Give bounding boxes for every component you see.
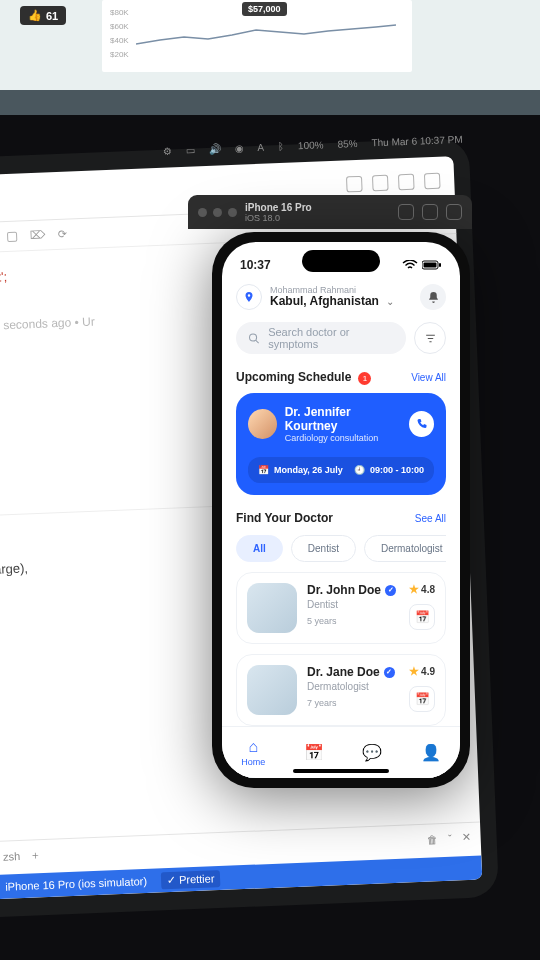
wifi-icon xyxy=(402,260,418,270)
monitor-background-strip: 👍 61 $80K $60K $40K $20K $57,000 xyxy=(0,0,540,90)
menubar-display-icon[interactable]: ▭ xyxy=(185,144,194,155)
toolbar-split-icon[interactable] xyxy=(372,174,389,191)
battery-icon xyxy=(422,260,442,270)
schedule-card[interactable]: Dr. Jennifer Kourtney Cardiology consult… xyxy=(236,393,446,495)
calendar-icon: 📅 xyxy=(415,610,430,624)
notifications-button[interactable] xyxy=(420,284,446,310)
simulator-os: iOS 18.0 xyxy=(245,213,312,223)
svg-point-3 xyxy=(250,333,257,340)
svg-rect-2 xyxy=(439,263,441,267)
doctor-card[interactable]: Dr. Jane Doe✓ Dermatologist 7 years ★4.9… xyxy=(236,654,446,726)
status-device[interactable]: iPhone 16 Pro (ios simulator) xyxy=(5,875,147,893)
simulator-device-name: iPhone 16 Pro xyxy=(245,202,312,213)
home-icon: ⌂ xyxy=(248,738,258,756)
schedule-date: Monday, 26 July xyxy=(274,465,343,475)
doctor-rating: ★4.8 xyxy=(409,583,435,596)
menubar-record-icon[interactable]: ◉ xyxy=(234,143,243,154)
status-time: 10:37 xyxy=(240,258,271,272)
doctor-avatar xyxy=(247,583,297,633)
search-input[interactable]: Search doctor or symptoms xyxy=(236,322,406,354)
tab-home[interactable]: ⌂ Home xyxy=(241,738,265,767)
calendar-icon: 📅 xyxy=(304,743,324,762)
chevron-down-icon: ⌄ xyxy=(386,296,394,307)
chip-dentist[interactable]: Dentist xyxy=(291,535,356,562)
sim-rotate-icon[interactable] xyxy=(446,204,462,220)
simulator-titlebar[interactable]: iPhone 16 Pro iOS 18.0 xyxy=(188,195,472,229)
doctor-spec: Dentist xyxy=(307,599,399,610)
tab-home-label: Home xyxy=(241,757,265,767)
toolbar-view-icon[interactable] xyxy=(346,175,363,192)
refresh-icon[interactable]: ⟳ xyxy=(57,228,67,241)
home-indicator[interactable] xyxy=(293,769,389,773)
like-button[interactable]: 👍 61 xyxy=(20,6,66,25)
svg-rect-1 xyxy=(424,263,437,268)
svg-line-4 xyxy=(256,340,259,343)
doctor-experience: 7 years xyxy=(307,698,399,708)
filter-button[interactable] xyxy=(414,322,446,354)
code-line-import: del.dart'; xyxy=(0,269,8,286)
chip-all[interactable]: All xyxy=(236,535,283,562)
sim-screenshot-icon[interactable] xyxy=(422,204,438,220)
toolbar-panel-left-icon[interactable] xyxy=(398,173,415,190)
book-button[interactable]: 📅 xyxy=(409,686,435,712)
phone-screen: 10:37 Mohammad Rahmani Kabul, Afghanista… xyxy=(222,242,460,778)
doctor-spec: Dermatologist xyxy=(307,681,399,692)
menubar-battery-label: 85% xyxy=(337,138,357,150)
star-icon: ★ xyxy=(409,583,419,596)
find-doctor-title: Find Your Doctor xyxy=(236,511,333,525)
user-location-block[interactable]: Mohammad Rahmani Kabul, Afghanistan ⌄ xyxy=(270,285,412,309)
menubar-control-center-icon[interactable]: ⚙︎ xyxy=(162,145,171,156)
verified-icon: ✓ xyxy=(384,667,395,678)
doctor-rating: ★4.9 xyxy=(409,665,435,678)
menubar-wifi-label: 100% xyxy=(298,139,324,151)
traffic-lights[interactable] xyxy=(198,208,237,217)
status-prettier[interactable]: ✓ Prettier xyxy=(161,870,221,889)
chat-icon: 💬 xyxy=(362,743,382,762)
profile-icon: 👤 xyxy=(421,743,441,762)
terminal-trash-icon[interactable]: 🗑 xyxy=(427,833,438,845)
tab-messages[interactable]: 💬 xyxy=(362,743,382,762)
chip-dermatologist[interactable]: Dermatologist xyxy=(364,535,446,562)
doctor-name: Dr. Jane Doe xyxy=(307,665,380,679)
doctor-card[interactable]: Dr. John Doe✓ Dentist 5 years ★4.8 📅 xyxy=(236,572,446,644)
terminal-close-icon[interactable]: ✕ xyxy=(461,831,471,844)
sim-home-icon[interactable] xyxy=(398,204,414,220)
bell-icon xyxy=(427,291,440,304)
view-all-link[interactable]: View All xyxy=(411,372,446,383)
terminal-collapse-icon[interactable]: ˇ xyxy=(448,832,452,844)
calendar-icon: 📅 xyxy=(415,692,430,706)
toolbar-panel-right-icon[interactable] xyxy=(424,172,441,189)
terminal-shell-label: zsh xyxy=(3,850,21,863)
dynamic-island xyxy=(302,250,380,272)
stop-icon[interactable] xyxy=(7,231,17,241)
iphone-frame: 10:37 Mohammad Rahmani Kabul, Afghanista… xyxy=(212,232,470,788)
menubar-volume-icon[interactable]: 🔊 xyxy=(208,143,220,154)
schedule-doctor-spec: Cardiology consultation xyxy=(285,433,402,443)
book-button[interactable]: 📅 xyxy=(409,604,435,630)
doctor-experience: 5 years xyxy=(307,616,399,626)
macos-menubar: ⚙︎ ▭ 🔊 ◉ A ᛒ 100% 85% Thu Mar 6 10:37 PM xyxy=(83,134,463,160)
filter-icon xyxy=(424,332,437,345)
bug-icon[interactable]: ⌦ xyxy=(29,229,46,243)
menubar-datetime: Thu Mar 6 10:37 PM xyxy=(371,134,463,149)
calendar-icon: 📅 xyxy=(258,465,269,475)
chart-line xyxy=(136,10,396,60)
menubar-bluetooth-icon[interactable]: ᛒ xyxy=(278,141,284,152)
doctor-name: Dr. John Doe xyxy=(307,583,381,597)
like-count: 61 xyxy=(46,10,58,22)
tab-appointments[interactable]: 📅 xyxy=(304,743,324,762)
search-placeholder: Search doctor or symptoms xyxy=(268,326,394,350)
schedule-time: 09:00 - 10:00 xyxy=(370,465,424,475)
menubar-keyboard-icon[interactable]: A xyxy=(257,142,264,153)
call-button[interactable] xyxy=(409,411,434,437)
doctor-avatar xyxy=(247,665,297,715)
upcoming-count-badge: 1 xyxy=(358,372,371,385)
see-all-link[interactable]: See All xyxy=(415,513,446,524)
terminal-add-icon[interactable]: ＋ xyxy=(30,847,42,862)
upcoming-title: Upcoming Schedule xyxy=(236,370,351,384)
tab-profile[interactable]: 👤 xyxy=(421,743,441,762)
doctor-avatar xyxy=(248,409,277,439)
dashboard-mini-chart: $80K $60K $40K $20K $57,000 xyxy=(102,0,412,72)
location-pin-icon[interactable] xyxy=(236,284,262,310)
schedule-doctor-name: Dr. Jennifer Kourtney xyxy=(285,405,402,433)
